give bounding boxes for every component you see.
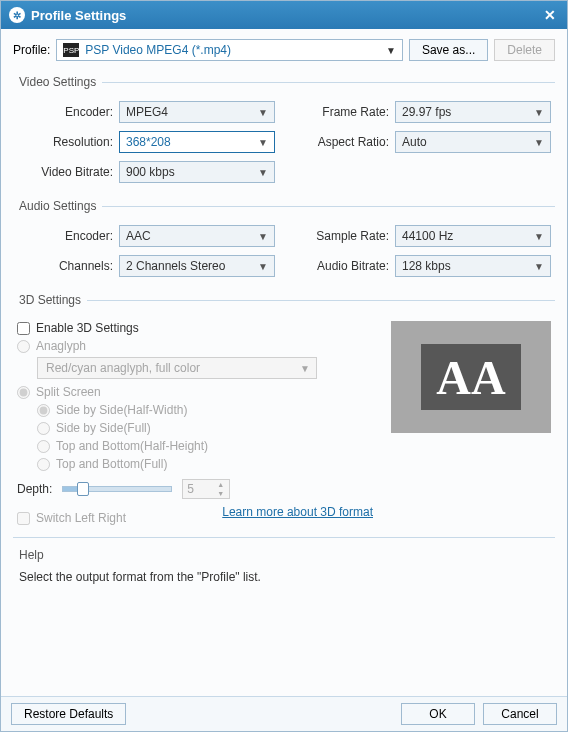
chevron-down-icon: ▼ bbox=[258, 231, 268, 242]
enable-3d-checkbox[interactable] bbox=[17, 322, 30, 335]
audio-bitrate-select[interactable]: 128 kbps ▼ bbox=[395, 255, 551, 277]
close-icon[interactable]: ✕ bbox=[541, 6, 559, 24]
chevron-down-icon: ▼ bbox=[386, 45, 396, 56]
profile-settings-window: ✲ Profile Settings ✕ Profile: PSP PSP Vi… bbox=[0, 0, 568, 732]
audio-bitrate-field: Audio Bitrate: 128 kbps ▼ bbox=[293, 255, 551, 277]
aspect-ratio-select[interactable]: Auto ▼ bbox=[395, 131, 551, 153]
video-bitrate-value: 900 kbps bbox=[126, 165, 175, 179]
chevron-down-icon: ▼ bbox=[534, 137, 544, 148]
depth-spinner: 5 ▲ ▼ bbox=[182, 479, 230, 499]
sample-rate-label: Sample Rate: bbox=[293, 229, 389, 243]
tab-full-radio bbox=[37, 458, 50, 471]
chevron-up-icon: ▲ bbox=[217, 481, 227, 488]
footer: Restore Defaults OK Cancel bbox=[1, 696, 567, 731]
chevron-down-icon: ▼ bbox=[258, 137, 268, 148]
sbs-full-radio bbox=[37, 422, 50, 435]
video-bitrate-field: Video Bitrate: 900 kbps ▼ bbox=[17, 161, 275, 183]
sample-rate-select[interactable]: 44100 Hz ▼ bbox=[395, 225, 551, 247]
tab-half-row: Top and Bottom(Half-Height) bbox=[37, 439, 373, 453]
anaglyph-radio bbox=[17, 340, 30, 353]
chevron-down-icon: ▼ bbox=[534, 231, 544, 242]
tab-full-label: Top and Bottom(Full) bbox=[56, 457, 167, 471]
spinner-buttons: ▲ ▼ bbox=[217, 481, 227, 497]
window-title: Profile Settings bbox=[31, 8, 541, 23]
audio-settings-legend: Audio Settings bbox=[13, 199, 102, 213]
threed-settings-legend: 3D Settings bbox=[13, 293, 87, 307]
audio-bitrate-value: 128 kbps bbox=[402, 259, 451, 273]
encoder-label: Encoder: bbox=[17, 105, 113, 119]
titlebar: ✲ Profile Settings ✕ bbox=[1, 1, 567, 29]
audio-bitrate-label: Audio Bitrate: bbox=[293, 259, 389, 273]
threed-settings-group: 3D Settings Enable 3D Settings Anaglyph … bbox=[13, 293, 555, 527]
audio-encoder-label: Encoder: bbox=[17, 229, 113, 243]
sbs-half-row: Side by Side(Half-Width) bbox=[37, 403, 373, 417]
aspect-ratio-label: Aspect Ratio: bbox=[293, 135, 389, 149]
ok-button[interactable]: OK bbox=[401, 703, 475, 725]
delete-button: Delete bbox=[494, 39, 555, 61]
channels-label: Channels: bbox=[17, 259, 113, 273]
audio-encoder-field: Encoder: AAC ▼ bbox=[17, 225, 275, 247]
enable-3d-row: Enable 3D Settings bbox=[17, 321, 373, 335]
chevron-down-icon: ▼ bbox=[258, 261, 268, 272]
restore-defaults-button[interactable]: Restore Defaults bbox=[11, 703, 126, 725]
app-icon: ✲ bbox=[9, 7, 25, 23]
slider-knob[interactable] bbox=[77, 482, 89, 496]
sbs-half-label: Side by Side(Half-Width) bbox=[56, 403, 187, 417]
video-settings-group: Video Settings Encoder: MPEG4 ▼ Frame Ra… bbox=[13, 75, 555, 189]
resolution-value: 368*208 bbox=[126, 135, 171, 149]
video-settings-legend: Video Settings bbox=[13, 75, 102, 89]
sample-rate-field: Sample Rate: 44100 Hz ▼ bbox=[293, 225, 551, 247]
audio-encoder-select[interactable]: AAC ▼ bbox=[119, 225, 275, 247]
channels-select[interactable]: 2 Channels Stereo ▼ bbox=[119, 255, 275, 277]
cancel-button[interactable]: Cancel bbox=[483, 703, 557, 725]
video-encoder-value: MPEG4 bbox=[126, 105, 168, 119]
help-group: Help Select the output format from the "… bbox=[13, 537, 555, 584]
encoder-field: Encoder: MPEG4 ▼ bbox=[17, 101, 275, 123]
resolution-select[interactable]: 368*208 ▼ bbox=[119, 131, 275, 153]
depth-label: Depth: bbox=[17, 482, 52, 496]
depth-value: 5 bbox=[187, 482, 194, 496]
sbs-full-row: Side by Side(Full) bbox=[37, 421, 373, 435]
content-area: Profile: PSP PSP Video MPEG4 (*.mp4) ▼ S… bbox=[1, 29, 567, 696]
frame-rate-field: Frame Rate: 29.97 fps ▼ bbox=[293, 101, 551, 123]
tab-half-radio bbox=[37, 440, 50, 453]
sample-rate-value: 44100 Hz bbox=[402, 229, 453, 243]
tab-half-label: Top and Bottom(Half-Height) bbox=[56, 439, 208, 453]
chevron-down-icon: ▼ bbox=[258, 167, 268, 178]
frame-rate-select[interactable]: 29.97 fps ▼ bbox=[395, 101, 551, 123]
video-bitrate-select[interactable]: 900 kbps ▼ bbox=[119, 161, 275, 183]
frame-rate-value: 29.97 fps bbox=[402, 105, 451, 119]
resolution-field: Resolution: 368*208 ▼ bbox=[17, 131, 275, 153]
threed-preview: AA bbox=[391, 321, 551, 433]
switch-lr-label: Switch Left Right bbox=[36, 511, 126, 525]
preview-text: AA bbox=[421, 344, 521, 410]
anaglyph-label: Anaglyph bbox=[36, 339, 86, 353]
audio-settings-group: Audio Settings Encoder: AAC ▼ Sample Rat… bbox=[13, 199, 555, 283]
depth-slider[interactable] bbox=[62, 486, 172, 492]
video-encoder-select[interactable]: MPEG4 ▼ bbox=[119, 101, 275, 123]
sbs-full-label: Side by Side(Full) bbox=[56, 421, 151, 435]
split-screen-label: Split Screen bbox=[36, 385, 101, 399]
chevron-down-icon: ▼ bbox=[217, 490, 227, 497]
frame-rate-label: Frame Rate: bbox=[293, 105, 389, 119]
enable-3d-label: Enable 3D Settings bbox=[36, 321, 139, 335]
split-screen-radio bbox=[17, 386, 30, 399]
profile-value: PSP Video MPEG4 (*.mp4) bbox=[85, 43, 396, 57]
split-screen-row: Split Screen bbox=[17, 385, 373, 399]
aspect-ratio-value: Auto bbox=[402, 135, 427, 149]
help-text: Select the output format from the "Profi… bbox=[13, 570, 555, 584]
save-as-button[interactable]: Save as... bbox=[409, 39, 488, 61]
channels-field: Channels: 2 Channels Stereo ▼ bbox=[17, 255, 275, 277]
switch-lr-row: Switch Left Right bbox=[17, 511, 126, 525]
resolution-label: Resolution: bbox=[17, 135, 113, 149]
profile-select[interactable]: PSP PSP Video MPEG4 (*.mp4) ▼ bbox=[56, 39, 403, 61]
video-bitrate-label: Video Bitrate: bbox=[17, 165, 113, 179]
depth-row: Depth: 5 ▲ ▼ bbox=[17, 479, 373, 499]
switch-lr-checkbox bbox=[17, 512, 30, 525]
sbs-half-radio bbox=[37, 404, 50, 417]
chevron-down-icon: ▼ bbox=[258, 107, 268, 118]
learn-3d-link[interactable]: Learn more about 3D format bbox=[222, 505, 373, 525]
chevron-down-icon: ▼ bbox=[534, 107, 544, 118]
audio-encoder-value: AAC bbox=[126, 229, 151, 243]
help-legend: Help bbox=[19, 548, 555, 562]
